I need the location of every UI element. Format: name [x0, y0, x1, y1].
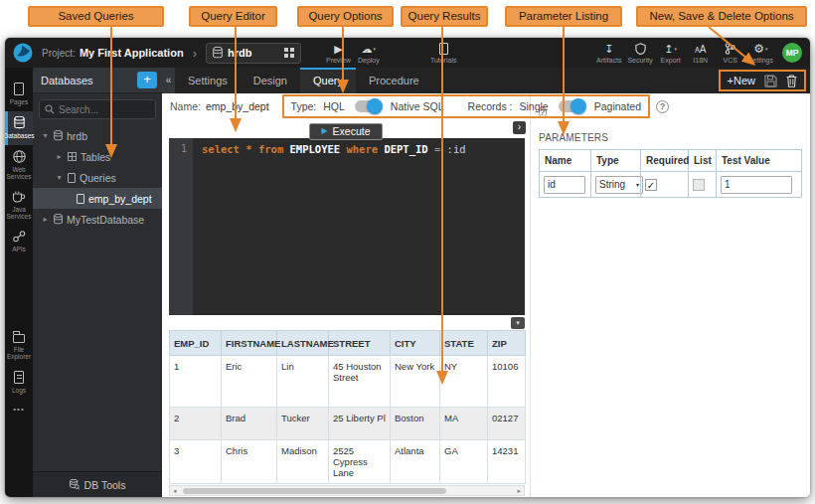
parameter-row: String ▾ ✓ — [540, 172, 802, 198]
records-option-single[interactable]: Single — [520, 100, 549, 112]
records-toggle[interactable] — [559, 100, 584, 112]
type-option-hql[interactable]: HQL — [323, 100, 345, 112]
rail-item-pages[interactable]: Pages — [5, 78, 33, 111]
left-rail: Pages Databases Web Services — [5, 68, 33, 497]
db-tools-button[interactable]: DB Tools — [33, 471, 162, 497]
project-label: Project: — [42, 48, 76, 59]
cell: 14231 — [488, 440, 526, 484]
records-option-paginated[interactable]: Paginated — [594, 100, 641, 112]
project-name[interactable]: My First Application — [80, 47, 184, 59]
param-name-input[interactable] — [544, 176, 585, 194]
wavemaker-logo-icon — [13, 43, 33, 63]
caret-down-icon[interactable]: ▾ — [55, 173, 64, 182]
rail-item-logs[interactable]: Logs — [5, 366, 33, 400]
tab-procedure[interactable]: Procedure — [356, 68, 432, 93]
db-tools-icon — [70, 479, 80, 490]
cell: 2525 Cypress Lane — [329, 440, 391, 484]
preview-label: Preview — [326, 57, 351, 64]
i18n-button[interactable]: ᴀA I18N — [686, 43, 716, 64]
query-results: EMP_ID FIRSTNAME LASTNAME STREET CITY ST… — [169, 330, 525, 484]
callout-parameter-listing: Parameter Listing — [505, 6, 622, 27]
rail-item-web-services[interactable]: Web Services — [5, 145, 33, 186]
caret-right-icon[interactable]: ▸ — [41, 215, 50, 224]
save-icon[interactable] — [764, 75, 777, 87]
add-database-button[interactable]: + — [137, 72, 157, 88]
search-input[interactable] — [59, 104, 150, 115]
name-label: Name: — [170, 100, 201, 112]
collapse-panel-button[interactable]: « — [162, 68, 175, 93]
tree-node-queries[interactable]: ▾ Queries — [33, 167, 162, 188]
tab-design[interactable]: Design — [241, 68, 300, 93]
execute-button[interactable]: ▶ Execute — [309, 123, 382, 140]
vcs-button[interactable]: VCS — [716, 43, 745, 64]
column-header: ZIP — [488, 331, 526, 356]
tree-node-emp-by-dept[interactable]: emp_by_dept — [33, 188, 162, 209]
shield-icon — [635, 43, 646, 55]
trash-icon[interactable] — [786, 75, 797, 87]
deploy-label: Deploy — [358, 57, 380, 64]
param-type-value: String — [599, 179, 625, 190]
cell: Chris — [222, 440, 277, 484]
tree-node-mytestdatabase[interactable]: ▸ MyTestDatabase — [33, 209, 162, 230]
tree-node-tables[interactable]: ▸ Tables — [33, 146, 162, 167]
sql-code-editor[interactable]: 1 select * from EMPLOYEE where DEPT_ID =… — [169, 138, 525, 315]
main-area: « Settings Design Query Procedure +New — [162, 68, 810, 497]
query-editor-column: Name: emp_by_dept Type: HQL Native SQL R… — [162, 93, 530, 497]
apis-label: APIs — [12, 246, 26, 252]
grid-icon[interactable] — [284, 48, 294, 58]
type-option-native-sql[interactable]: Native SQL — [391, 100, 444, 112]
file-explorer-label: File Explorer — [5, 346, 33, 360]
rail-item-file-explorer[interactable]: File Explorer — [5, 326, 33, 366]
column-header: LASTNAME — [277, 331, 329, 356]
caret-down-icon[interactable]: ▾ — [41, 131, 50, 140]
expand-params-button[interactable]: › — [513, 121, 526, 134]
tree-node-hrdb[interactable]: ▾ hrdb — [33, 125, 162, 146]
coffee-cup-icon — [12, 191, 26, 203]
rail-item-java-services[interactable]: Java Services — [5, 186, 33, 226]
tab-query[interactable]: Query — [300, 68, 356, 93]
database-icon — [14, 116, 25, 129]
tutorials-button[interactable]: Tutorials — [427, 43, 460, 64]
column-header: STREET — [329, 331, 391, 356]
column-header: Name — [540, 150, 591, 172]
help-icon[interactable]: ? — [656, 100, 669, 113]
param-test-value-input[interactable] — [721, 176, 792, 194]
branch-icon — [725, 43, 735, 55]
settings-label: Settings — [748, 57, 773, 64]
artifacts-button[interactable]: ↧ Artifacts — [593, 43, 624, 64]
settings-button[interactable]: ⚙▾ Settings — [745, 43, 776, 64]
sql-keyword: where — [346, 143, 384, 155]
execute-row: ▶ Execute › — [162, 119, 530, 137]
gear-icon: ⚙ — [753, 43, 764, 56]
security-button[interactable]: Security — [624, 43, 655, 64]
param-list-checkbox[interactable] — [693, 179, 705, 191]
cell: 25 Liberty Pl — [329, 408, 391, 440]
deploy-button[interactable]: ☁↑▾ Deploy — [354, 43, 384, 64]
databases-panel: Databases + ▾ hrdb — [33, 68, 162, 497]
scroll-right-icon[interactable]: ▸ — [517, 487, 521, 495]
page-icon — [14, 83, 24, 95]
database-selector[interactable]: hrdb — [206, 43, 301, 64]
chevron-down-button[interactable]: ▾ — [511, 317, 525, 329]
type-toggle[interactable] — [355, 100, 381, 112]
cell: 1 — [170, 356, 222, 408]
java-services-label: Java Services — [5, 206, 33, 220]
param-type-select[interactable]: String ▾ — [595, 176, 643, 194]
rail-item-apis[interactable]: APIs — [5, 226, 33, 258]
cell: 45 Houston Street — [329, 356, 391, 408]
scroll-left-icon[interactable]: ◂ — [173, 487, 177, 495]
preview-button[interactable]: ▶ Preview — [323, 43, 354, 64]
play-icon: ▶ — [334, 43, 342, 56]
export-button[interactable]: ↥▾ Export — [656, 43, 686, 64]
rail-item-more[interactable]: ••• — [5, 400, 33, 420]
rail-item-databases[interactable]: Databases — [5, 111, 33, 145]
sql-parameter: :id — [447, 143, 466, 155]
user-avatar[interactable]: MP — [782, 43, 802, 63]
horizontal-scrollbar[interactable]: ◂ ▸ — [169, 485, 525, 496]
scrollbar-thumb[interactable] — [183, 488, 446, 495]
caret-right-icon[interactable]: ▸ — [55, 152, 64, 161]
param-required-checkbox[interactable]: ✓ — [645, 179, 657, 191]
tab-settings[interactable]: Settings — [175, 68, 241, 93]
up-arrow-icon: ↑ — [366, 46, 369, 59]
new-query-button[interactable]: +New — [728, 75, 755, 86]
